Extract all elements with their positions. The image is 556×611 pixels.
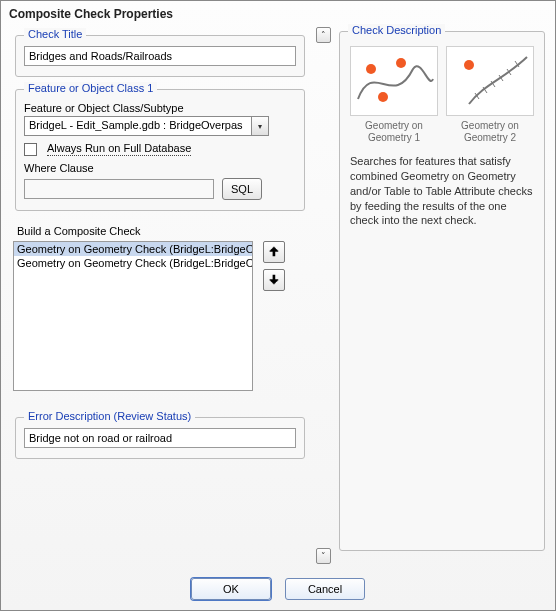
where-clause-row: SQL	[24, 178, 296, 200]
list-item[interactable]: Geometry on Geometry Check (BridgeL:Brid…	[14, 242, 252, 256]
svg-point-2	[378, 92, 388, 102]
composite-listbox[interactable]: Geometry on Geometry Check (BridgeL:Brid…	[13, 241, 253, 391]
check-title-input[interactable]	[24, 46, 296, 66]
check-title-group: Check Title	[15, 35, 305, 77]
thumb-canvas-2	[446, 46, 534, 116]
error-desc-group: Error Description (Review Status)	[15, 417, 305, 459]
dialog-window: Composite Check Properties Check Title F…	[0, 0, 556, 611]
error-desc-legend: Error Description (Review Status)	[24, 410, 195, 422]
reorder-controls: 🠉 🠋	[263, 241, 285, 291]
thumb-geometry-1: Geometry on Geometry 1	[350, 46, 438, 144]
feature-class-selected: BridgeL - Edit_Sample.gdb : BridgeOverpa…	[24, 116, 251, 136]
description-text: Searches for features that satisfy combi…	[348, 152, 536, 230]
thumb-caption-2: Geometry on Geometry 2	[446, 120, 534, 144]
thumb-geometry-2: Geometry on Geometry 2	[446, 46, 534, 144]
description-thumbnails: Geometry on Geometry 1	[348, 46, 536, 144]
svg-point-9	[464, 60, 474, 70]
composite-label: Build a Composite Check	[17, 225, 305, 237]
thumb-caption-1: Geometry on Geometry 1	[350, 120, 438, 144]
thumb-canvas-1	[350, 46, 438, 116]
scroll-up-button[interactable]: ˄	[316, 27, 331, 43]
arrow-up-icon: 🠉	[268, 245, 280, 259]
cancel-button[interactable]: Cancel	[285, 578, 365, 600]
arrow-down-icon: 🠋	[268, 273, 280, 287]
ok-button[interactable]: OK	[191, 578, 271, 600]
dropdown-icon[interactable]: ▾	[251, 116, 269, 136]
svg-point-1	[396, 58, 406, 68]
left-scrollpane: Check Title Feature or Object Class 1 Fe…	[9, 25, 309, 566]
always-run-row: Always Run on Full Database	[24, 142, 296, 156]
composite-row: Geometry on Geometry Check (BridgeL:Brid…	[13, 241, 307, 391]
error-desc-input[interactable]	[24, 428, 296, 448]
feature-class-select[interactable]: BridgeL - Edit_Sample.gdb : BridgeOverpa…	[24, 116, 269, 136]
check-description-legend: Check Description	[348, 24, 445, 36]
left-scrollbar[interactable]: ˄ ˅	[315, 25, 331, 566]
check-title-legend: Check Title	[24, 28, 86, 40]
content-area: Check Title Feature or Object Class 1 Fe…	[1, 25, 555, 570]
where-clause-label: Where Clause	[24, 162, 296, 174]
feature-class-label: Feature or Object Class/Subtype	[24, 102, 296, 114]
feature-class-group: Feature or Object Class 1 Feature or Obj…	[15, 89, 305, 211]
check-description-group: Check Description Geometry on Geometry 1	[339, 31, 545, 551]
chevron-down-icon: ˅	[321, 552, 326, 561]
geometry-1-icon	[353, 49, 435, 113]
dialog-title: Composite Check Properties	[1, 1, 555, 25]
move-up-button[interactable]: 🠉	[263, 241, 285, 263]
move-down-button[interactable]: 🠋	[263, 269, 285, 291]
geometry-2-icon	[449, 49, 531, 113]
always-run-checkbox[interactable]	[24, 143, 37, 156]
scroll-down-button[interactable]: ˅	[316, 548, 331, 564]
always-run-label: Always Run on Full Database	[47, 142, 191, 156]
dialog-buttons: OK Cancel	[1, 570, 555, 610]
right-panel: Check Description Geometry on Geometry 1	[337, 25, 547, 566]
sql-button[interactable]: SQL	[222, 178, 262, 200]
list-item[interactable]: Geometry on Geometry Check (BridgeL:Brid…	[14, 256, 252, 270]
left-panel: Check Title Feature or Object Class 1 Fe…	[9, 25, 309, 566]
svg-point-0	[366, 64, 376, 74]
chevron-up-icon: ˄	[321, 31, 326, 40]
where-clause-input[interactable]	[24, 179, 214, 199]
feature-class-legend: Feature or Object Class 1	[24, 82, 157, 94]
